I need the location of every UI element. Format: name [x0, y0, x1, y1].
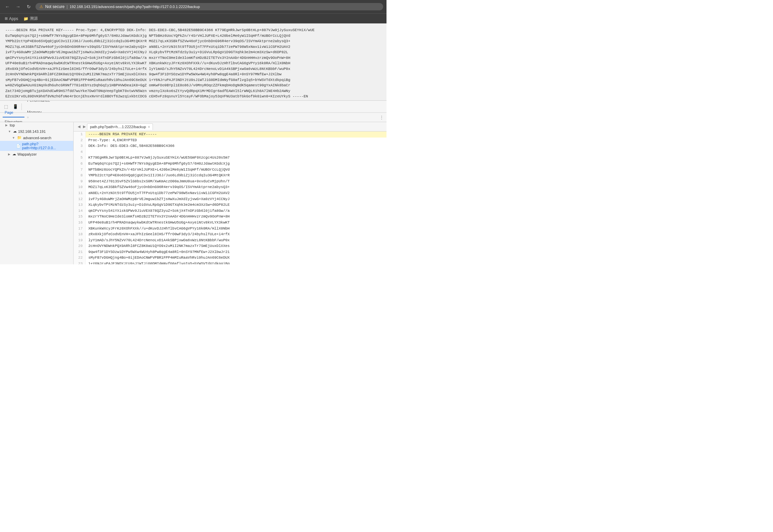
line-text: XBKunkWXcyJFrKz0XOhFXXk//u+dKuvDJzHhTlbv…: [86, 226, 230, 232]
line-number: 15: [74, 214, 86, 220]
line-text: -----BEGIN RSA PRIVATE KEY-----: [86, 131, 157, 138]
sidebar-item-advanced-search[interactable]: ▼📁advanced-search: [0, 135, 73, 141]
line-number: 7: [74, 167, 86, 173]
page-text-line: ivF7y4G0uWMrjZaOHWMzpBrVEJmguw1bZTjsHwXu…: [5, 50, 381, 55]
line-number: 1: [74, 131, 86, 138]
suyuan-bookmark[interactable]: 📁 溯源: [21, 15, 40, 22]
forward-button[interactable]: →: [14, 3, 22, 11]
file-tab-label: path.php?path=h....1:2222/backup: [90, 125, 146, 129]
cloud-icon: ☁: [13, 129, 17, 134]
sidebar-item-wappalyzer[interactable]: ▶☁Wappalyzer: [0, 151, 73, 157]
code-line: 17XBKunkWXcyJFrKz0XOhFXXk//u+dKuvDJzHhTl…: [74, 226, 386, 232]
line-number: 5: [74, 155, 86, 161]
refresh-button[interactable]: ↻: [25, 3, 33, 11]
line-number: 8: [74, 173, 86, 179]
sidebar-item-path-php-path-http---127-0-0---[interactable]: 📄path.php?path=http://127.0.0...: [0, 141, 73, 151]
code-line: 219qw4f3F1DYSOzw1DYPw5WXw4WU4yh8Pw8qgE4a…: [74, 249, 386, 255]
code-line: 231+Y6NJruPAJF3NDYJtU9sJ1WTJiG0DMIdmNyfG…: [74, 261, 386, 264]
line-number: 14: [74, 208, 86, 214]
line-number: 4: [74, 149, 86, 155]
line-number: 13: [74, 202, 86, 208]
sidebar-menu-button[interactable]: ⋮: [379, 115, 384, 120]
line-text: zRx0XkjOfeCodVEnVH+xaJFhIzGeel8IHS/ffrO0…: [86, 232, 230, 238]
close-file-tab[interactable]: ×: [148, 125, 150, 129]
sidebar-item-label: path.php?path=http://127.0.0...: [22, 142, 71, 150]
code-line: 9950net4ZJ7013SvF5ZVlG8bs2xS0M/XwKmAczO0…: [74, 179, 386, 185]
bookmarks-bar: ⊞ Apps 📁 溯源: [0, 13, 386, 23]
line-text: lyY1mAD/sJhY5NZvV70L424DrcNenoLvD1A4kSBP…: [86, 238, 230, 244]
code-line: 5KT79EgHRkJwrSp0BtHLp+887VJw9jJySuxuSEYH…: [74, 155, 386, 161]
not-secure-label: Not secure: [45, 4, 65, 9]
code-line: 3DEK-Info: DES-EDE3-CBC,5B482E58BB9C4366: [74, 143, 386, 149]
secondary-tab-page[interactable]: Page: [3, 108, 24, 117]
devtools-panel: ⬚ 📱 ElementsConsoleSourcesNetworkPerform…: [0, 100, 386, 264]
code-line: 22sMyFB7vDGHQjng4Bo+0ijEDAoCNWFVPBR1FPP4…: [74, 255, 386, 261]
tab-nav-forward[interactable]: ▶: [82, 124, 87, 129]
code-view[interactable]: 1-----BEGIN RSA PRIVATE KEY-----2Proc-Ty…: [74, 131, 386, 264]
line-text: UFP40e8uB1rh4PRADnaqwykwbKdtWTRnestkGHwU…: [86, 220, 230, 226]
line-text: 9qw4f3F1DYSOzw1DYPw5WXw4WU4yh8Pw8qgE4a8R…: [86, 249, 230, 255]
page-text-line: Zat734DjoHgBTujpXDAhdCwR9HS7fdd7wuYke7Dw…: [5, 88, 381, 94]
line-number: 9: [74, 179, 86, 185]
tree-arrow-icon: ▶: [5, 123, 8, 127]
address-bar[interactable]: ⚠ Not secure | 192.168.143.191/advanced-…: [35, 3, 383, 10]
line-number: 12: [74, 196, 86, 202]
line-text: ivF7y4G0uWMrjZaOHWMzpBrVEJmguw1bZTjsHwXu…: [86, 196, 230, 202]
url-text: 192.168.143.191/advanced-search/path.php…: [70, 5, 200, 9]
line-number: 19: [74, 238, 86, 244]
devtools-body: ▶top▼☁192.168.143.191▼📁advanced-search📄p…: [0, 122, 386, 264]
devtools-tab-memory[interactable]: Memory: [23, 107, 54, 113]
line-number: 16: [74, 220, 86, 226]
sidebar-item-label: advanced-search: [23, 136, 51, 140]
open-file-tab[interactable]: path.php?path=h....1:2222/backup ×: [87, 123, 153, 130]
page-text-line: YMPb22ctYpP4E0o6SVQq0jgUC3v1IIJ36J/Juo6L…: [5, 38, 381, 44]
line-number: 10: [74, 184, 86, 190]
folder-bookmark-icon: 📁: [23, 16, 28, 21]
page-text-line: 2cHnOVYNDWnkPQX9ARhl8FCZ8K0aU1QYO9x2uM1I…: [5, 72, 381, 77]
code-line: 6EuTWq6qYcps7Q2j+s6HWfF7NYs9gygEDA+8PHp9…: [74, 161, 386, 167]
devtools-tab-performance[interactable]: Performance: [23, 101, 54, 107]
code-line: 19lyY1mAD/sJhY5NZvV70L424DrcNenoLvD1A4kS…: [74, 238, 386, 244]
file-tab-bar: ◀ ▶ path.php?path=h....1:2222/backup ×: [74, 122, 386, 131]
line-text: qmIPvYsnyS41YXiskGPWv9J1uVEX878QZ3yuZ+So…: [86, 208, 230, 214]
page-content: -----BEGIN RSA PRIVATE KEY----- Proc-Typ…: [0, 23, 386, 100]
back-button[interactable]: ←: [3, 3, 11, 11]
line-text: YMPb22ctYpP4E0o6SVQq0jgUC3v1IIJ36J/Juo6L…: [86, 173, 230, 179]
line-number: 23: [74, 261, 86, 264]
page-text-line: UFP40e8uB1rh4PRADnaqwykwbKdtWTRnestkGHwU…: [5, 61, 381, 66]
apps-bookmark[interactable]: ⊞ Apps: [3, 16, 20, 22]
page-text-line: -----BEGIN RSA PRIVATE KEY----- Proc-Typ…: [5, 27, 381, 33]
tab-nav-back[interactable]: ◀: [76, 124, 82, 129]
sidebar-item-top[interactable]: ▶top: [0, 122, 73, 128]
code-line: 4: [74, 149, 386, 155]
sidebar-item-192-168-143-191[interactable]: ▼☁192.168.143.191: [0, 128, 73, 135]
code-line: 13XLqkybvTPtMzNTdzSy3uiy+DiGVuLRpGgV1D9G…: [74, 202, 386, 208]
suyuan-label: 溯源: [30, 16, 38, 21]
line-text: Proc-Type: 4,ENCRYPTED: [86, 138, 137, 144]
apps-label: Apps: [9, 16, 18, 21]
line-text: NPTbBHz6UocYQPkZn/r4SrVHlJUPXE+L420belMe…: [86, 167, 230, 173]
devtools-tab-bar: ⬚ 📱 ElementsConsoleSourcesNetworkPerform…: [0, 101, 386, 113]
tree-arrow-icon: ▼: [12, 136, 15, 140]
sidebar-item-label: Wappalyzer: [17, 152, 37, 156]
code-line: 12ivF7y4G0uWMrjZaOHWMzpBrVEJmguw1bZTjsHw…: [74, 196, 386, 202]
file-content-area: ◀ ▶ path.php?path=h....1:2222/backup × 1…: [74, 122, 386, 264]
file-icon: 📄: [16, 144, 21, 148]
line-text: sMyFB7vDGHQjng4Bo+0ijEDAoCNWFVPBR1FPP4mM…: [86, 255, 230, 261]
tree-arrow-icon: ▼: [8, 130, 11, 133]
more-tabs-icon[interactable]: »: [27, 115, 29, 119]
line-number: 6: [74, 161, 86, 167]
page-text-line: zRx0XkjOfeCodVEnVH+xaJFhIzGeel8IHS/ffrO0…: [5, 66, 381, 72]
line-text: KT79EgHRkJwrSp0BtHLp+887VJw9jJySuxuSEYHi…: [86, 155, 230, 161]
apps-grid-icon: ⊞: [5, 16, 8, 21]
sources-sidebar: ▶top▼☁192.168.143.191▼📁advanced-search📄p…: [0, 122, 74, 264]
code-line: 15mxzrYTNoC9HeIde3lomKfsHDzB2ITETVx3Y2nA…: [74, 214, 386, 220]
code-line: 8YMPb22ctYpP4E0o6SVQq0jgUC3v1IIJ36J/Juo6…: [74, 173, 386, 179]
sources-secondary-bar: PageFilesystem » ⋮: [0, 113, 386, 122]
line-text: aN8EL+2nYzN3t5t9TfOU5jnT7FPxUtqiDb77zePW…: [86, 190, 230, 196]
code-line: 7NPTbBHz6UocYQPkZn/r4SrVHlJUPXE+L420belM…: [74, 167, 386, 173]
line-number: 21: [74, 249, 86, 255]
line-text: 950net4ZJ7013SvF5ZVlG8bs2xS0M/XwKmAczO00…: [86, 179, 230, 185]
code-line: 16UFP40e8uB1rh4PRADnaqwykwbKdtWTRnestkGH…: [74, 220, 386, 226]
page-text-line: EuTWq6qYcps7Q2j+s6HWfF7NYs9gygEDA+8PHp9M…: [5, 33, 381, 39]
